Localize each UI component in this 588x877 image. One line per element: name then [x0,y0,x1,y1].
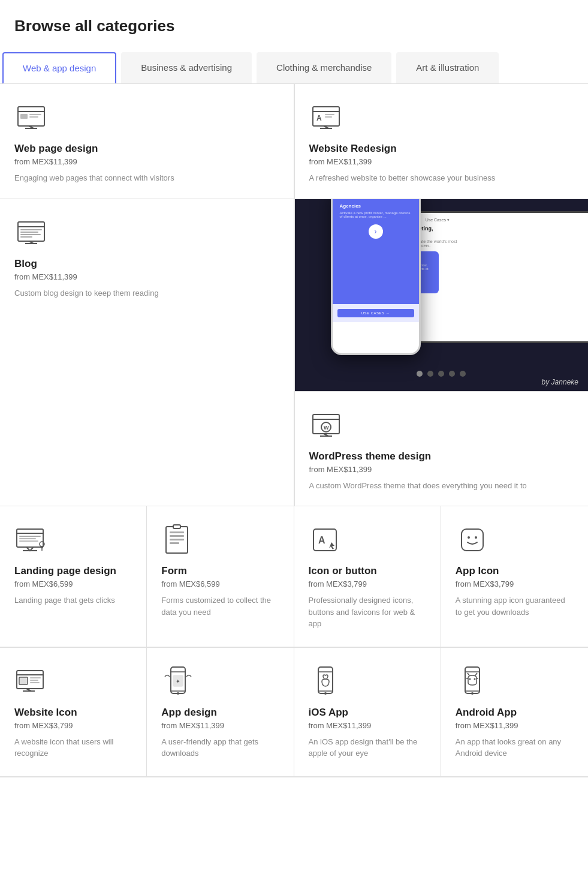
svg-rect-18 [325,114,334,115]
dot-5[interactable] [460,371,466,377]
svg-point-70 [471,692,474,695]
tab-clothing[interactable]: Clothing & merchandise [257,52,391,83]
service-item-form[interactable]: Form from MEX$6,599 Forms customized to … [147,506,294,647]
svg-point-47 [475,536,477,539]
svg-text:A: A [316,114,322,122]
service-price-app-icon: from MEX$3,799 [456,579,574,588]
ios-icon [309,665,342,698]
svg-rect-4 [29,116,38,118]
page-header: Browse all categories [0,0,588,47]
website-icon-icon [14,665,48,698]
service-name-android: Android App [456,707,574,719]
blog-icon [14,216,48,250]
svg-line-74 [475,673,477,675]
dot-2[interactable] [427,371,433,377]
dot-1[interactable] [417,371,423,377]
service-item-icon-button[interactable]: A Icon or button from MEX$3,799 Professi… [294,506,441,647]
service-name-ios: iOS App [309,707,426,719]
service-desc-app-design: A user-friendly app that gets downloads [161,736,279,759]
service-item-ios[interactable]: iOS App from MEX$11,399 An iOS app desig… [294,648,441,777]
svg-point-60 [177,692,179,695]
hero-image-area: GRÜN Product ▾ Use Cases ▾ Influencer Ma… [294,199,589,391]
service-item-webpage[interactable]: Web page design from MEX$11,399 Engaging… [0,84,294,199]
service-name-landing: Landing page design [14,565,132,577]
svg-rect-42 [173,525,180,528]
svg-text:W: W [324,425,329,431]
svg-rect-19 [325,116,332,118]
dot-4[interactable] [449,371,455,377]
service-desc-landing: Landing page that gets clicks [14,594,132,606]
service-price-android: from MEX$11,399 [456,721,574,730]
service-desc-form: Forms customized to collect the data you… [161,594,279,618]
service-item-website-icon[interactable]: Website Icon from MEX$3,799 A website ic… [0,648,147,777]
service-item-wordpress[interactable]: W WordPress theme design from MEX$11,399… [294,391,589,506]
service-item-redesign[interactable]: A Website Redesign from MEX$11,399 A ref… [294,84,589,199]
service-name-redesign: Website Redesign [309,143,574,155]
svg-rect-51 [20,678,27,684]
service-item-app-design[interactable]: ✦ App design from MEX$11,399 A user-frie… [147,648,294,777]
service-name-app-icon: App Icon [456,565,574,577]
page-title: Browse all categories [14,17,574,35]
webpage-icon [14,101,48,134]
service-desc-icon-button: Professionally designed icons, buttons a… [309,594,426,630]
service-price-webpage: from MEX$11,399 [14,157,279,166]
service-desc-ios: An iOS app design that'll be the apple o… [309,736,426,759]
service-name-blog: Blog [14,258,279,270]
svg-rect-3 [29,114,41,115]
service-desc-webpage: Engaging web pages that connect with vis… [14,172,279,184]
tab-art[interactable]: Art & illustration [396,52,499,83]
svg-point-46 [468,536,470,539]
service-item-app-icon[interactable]: App Icon from MEX$3,799 A stunning app i… [441,506,588,647]
services-mid-grid: Landing page design from MEX$6,599 Landi… [0,506,588,648]
service-desc-blog: Custom blog design to keep them reading [14,287,279,299]
redesign-icon: A [309,101,343,134]
svg-text:A: A [318,535,325,545]
svg-rect-12 [20,236,32,238]
dot-3[interactable] [438,371,444,377]
svg-rect-22 [313,415,339,434]
svg-text:✦: ✦ [176,678,180,684]
svg-line-73 [468,673,469,675]
svg-rect-39 [170,535,184,537]
svg-rect-32 [19,540,38,542]
svg-rect-41 [170,542,179,544]
landing-icon [14,523,48,557]
hero-right-col: A Website Redesign from MEX$11,399 A ref… [294,84,589,506]
service-desc-android: An app that looks great on any Android d… [456,736,574,759]
category-tabs: Web & app design Business & advertising … [0,47,588,84]
service-price-wordpress: from MEX$11,399 [309,465,574,474]
phone-mockup: Agencies Activate a new profit center, m… [331,199,421,355]
tab-business[interactable]: Business & advertising [121,52,252,83]
service-item-android[interactable]: Android App from MEX$11,399 An app that … [441,648,588,777]
svg-point-66 [324,692,327,695]
service-name-wordpress: WordPress theme design [309,450,574,462]
service-desc-wordpress: A custom WordPress theme that does every… [309,480,574,492]
hero-left: Web page design from MEX$11,399 Engaging… [0,84,294,506]
service-desc-app-icon: A stunning app icon guaranteed to get yo… [456,594,574,618]
service-desc-website-icon: A website icon that users will recognize [14,736,132,759]
service-name-form: Form [161,565,279,577]
hero-section: Web page design from MEX$11,399 Engaging… [0,84,588,506]
svg-rect-2 [20,114,28,119]
service-price-icon-button: from MEX$3,799 [309,579,426,588]
svg-rect-31 [19,538,36,539]
service-desc-redesign: A refreshed website to better showcase y… [309,172,574,184]
app-design-icon: ✦ [161,665,195,698]
app-icon-icon [456,523,489,557]
service-price-form: from MEX$6,599 [161,579,279,588]
service-name-website-icon: Website Icon [14,707,132,719]
service-item-landing[interactable]: Landing page design from MEX$6,599 Landi… [0,506,147,647]
svg-rect-10 [20,232,38,233]
service-name-webpage: Web page design [14,143,279,155]
svg-rect-54 [30,682,40,683]
service-price-redesign: from MEX$11,399 [309,157,574,166]
author-label: by Janneke [542,378,578,386]
service-item-blog[interactable]: Blog from MEX$11,399 Custom blog design … [0,199,294,314]
tab-web-app[interactable]: Web & app design [2,52,116,84]
carousel-footer: by Janneke [295,378,589,386]
svg-rect-45 [462,529,483,551]
service-price-app-design: from MEX$11,399 [161,721,279,730]
android-icon [456,665,489,698]
svg-rect-53 [30,680,38,681]
service-price-blog: from MEX$11,399 [14,272,279,281]
